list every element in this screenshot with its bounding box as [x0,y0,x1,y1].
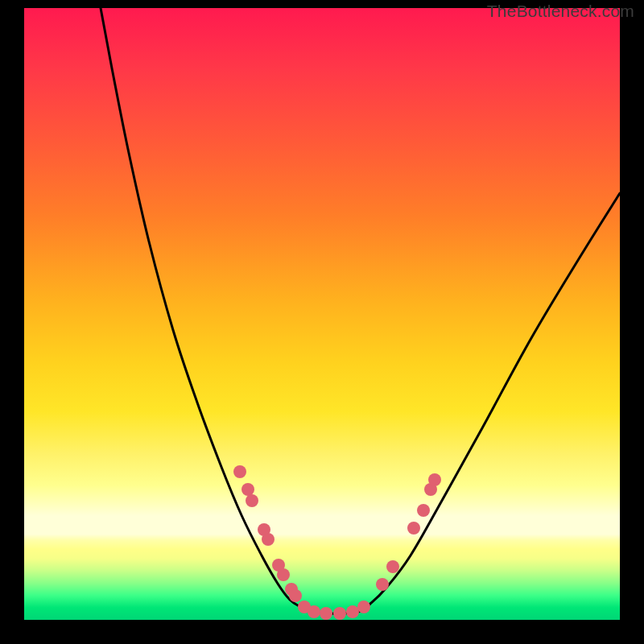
curve-marker [386,560,399,573]
outer-frame: TheBottleneck.com [0,0,644,644]
chart-svg [24,8,620,620]
curve-marker [242,483,254,496]
curve-marker [333,607,346,620]
curve-marker [289,589,302,602]
curve-marker [357,601,370,613]
curve-marker [246,494,258,507]
curve-marker [376,578,389,591]
curve-marker [407,522,420,535]
curve-marker [262,533,275,546]
curve-marker [428,473,441,486]
watermark-text: TheBottleneck.com [487,2,634,21]
curve-marker [277,568,290,581]
curve-marker [308,605,320,618]
curve-markers [233,465,441,620]
plot-area [24,8,620,620]
curve-marker [346,605,359,618]
curve-marker [233,465,246,478]
curve-line [101,8,620,613]
curve-marker [320,607,332,620]
curve-marker [417,504,430,517]
bottleneck-curve [101,8,620,613]
